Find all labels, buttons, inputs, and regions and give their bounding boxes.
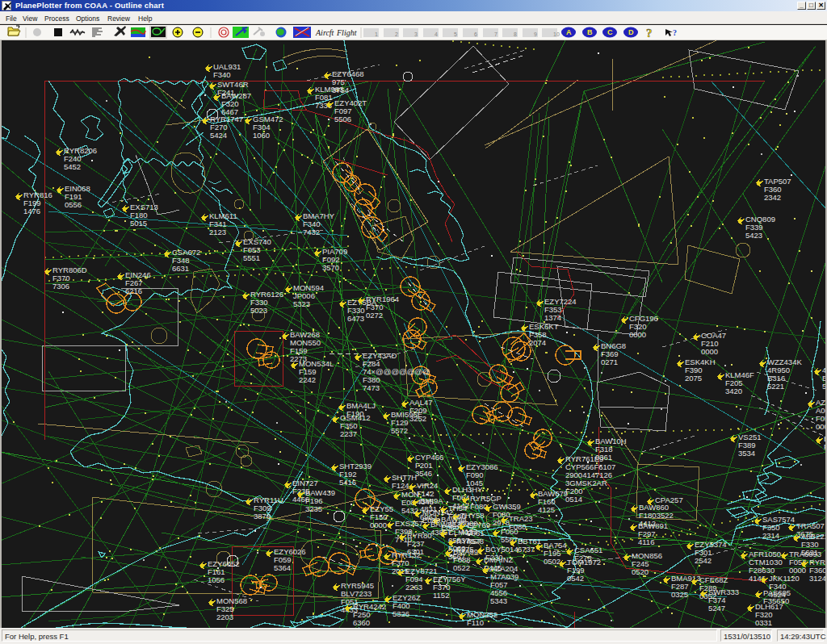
svg-text:?: ? — [646, 27, 653, 40]
svg-text:0502: 0502 — [544, 557, 560, 566]
svg-text:6: 6 — [474, 31, 477, 37]
svg-text:5551: 5551 — [243, 253, 260, 262]
svg-text:0000: 0000 — [789, 566, 806, 575]
svg-text:2542: 2542 — [695, 556, 712, 565]
svg-text:5323: 5323 — [293, 299, 310, 308]
svg-text:3570: 3570 — [322, 263, 339, 272]
svg-text:7473: 7473 — [363, 383, 380, 392]
svg-text:B: B — [587, 28, 593, 36]
svg-text:5423: 5423 — [745, 231, 762, 240]
svg-text:2203: 2203 — [216, 613, 233, 621]
svg-text:000: 000 — [816, 422, 827, 431]
svg-text:3252: 3252 — [409, 414, 426, 423]
svg-text:1: 1 — [375, 31, 378, 37]
svg-text:E089: E089 — [422, 516, 440, 525]
svg-text:5221: 5221 — [767, 382, 784, 391]
svg-text:0000: 0000 — [701, 347, 718, 356]
svg-text:7432: 7432 — [303, 228, 320, 236]
svg-text:6631: 6631 — [172, 264, 189, 273]
svg-text:F340: F340 — [213, 70, 231, 79]
svg-text:1152: 1152 — [433, 591, 449, 600]
svg-text:3546: 3546 — [415, 469, 432, 478]
svg-text:2: 2 — [395, 31, 398, 37]
svg-text:2314: 2314 — [762, 531, 779, 540]
svg-text:2074: 2074 — [529, 338, 546, 347]
svg-text:3420: 3420 — [725, 387, 742, 395]
svg-text:2123: 2123 — [209, 228, 226, 236]
svg-text:0000: 0000 — [629, 330, 646, 339]
svg-text:5572: 5572 — [391, 426, 408, 435]
svg-text:F080: F080 — [470, 502, 488, 511]
svg-text:2237: 2237 — [340, 429, 357, 438]
svg-text:C: C — [607, 28, 613, 36]
svg-text:D: D — [628, 28, 634, 36]
svg-text:1374: 1374 — [544, 313, 561, 322]
svg-text:2342: 2342 — [764, 193, 781, 202]
svg-text:0520: 0520 — [632, 567, 649, 576]
svg-text:7: 7 — [494, 31, 497, 37]
svg-text:6473: 6473 — [347, 314, 364, 323]
svg-text:4125: 4125 — [538, 505, 555, 514]
svg-text:0542: 0542 — [567, 574, 584, 583]
svg-text:0331: 0331 — [755, 618, 772, 627]
svg-text:0556: 0556 — [65, 200, 82, 209]
svg-text:0514: 0514 — [565, 495, 582, 504]
svg-text:5506: 5506 — [334, 115, 351, 123]
svg-text:5015: 5015 — [130, 219, 147, 228]
svg-text:1476: 1476 — [23, 207, 40, 215]
svg-text:2242: 2242 — [299, 375, 316, 384]
svg-text:8: 8 — [514, 31, 517, 37]
svg-text:4116: 4116 — [638, 537, 654, 546]
svg-text:3: 3 — [414, 31, 418, 37]
svg-text:9: 9 — [534, 31, 537, 37]
svg-text:5326: 5326 — [393, 609, 409, 618]
svg-text:5424: 5424 — [210, 131, 227, 140]
svg-text:10: 10 — [553, 31, 560, 37]
svg-text:0000: 0000 — [370, 521, 387, 529]
svg-text:A: A — [566, 28, 572, 36]
svg-text:0271: 0271 — [601, 358, 618, 366]
svg-text:5247: 5247 — [708, 604, 725, 613]
svg-text:1056: 1056 — [208, 575, 225, 584]
svg-text:F124: F124 — [392, 481, 409, 490]
svg-text:3124: 3124 — [809, 574, 826, 583]
svg-text:3534: 3534 — [738, 449, 755, 458]
svg-text:5452: 5452 — [64, 162, 81, 171]
svg-text:F110: F110 — [467, 618, 484, 627]
svg-text:0272: 0272 — [366, 311, 383, 320]
svg-text:Aircft: Aircft — [315, 28, 334, 37]
svg-text:F375: F375 — [456, 545, 474, 554]
svg-text:Flight: Flight — [336, 28, 357, 37]
svg-text:0522: 0522 — [453, 563, 470, 572]
svg-text:5416: 5416 — [339, 478, 356, 487]
svg-text:4: 4 — [434, 31, 438, 37]
svg-text:1060: 1060 — [253, 131, 270, 140]
svg-text:F080: F080 — [509, 522, 527, 531]
svg-text:3876: 3876 — [254, 512, 271, 521]
svg-text:6737: 6737 — [518, 545, 535, 554]
svg-text:5364: 5364 — [274, 563, 291, 572]
svg-text:2263: 2263 — [405, 583, 422, 592]
svg-text:5: 5 — [454, 31, 457, 37]
svg-text:5343: 5343 — [490, 596, 507, 605]
svg-text:6360: 6360 — [353, 618, 370, 627]
svg-text:0325: 0325 — [671, 590, 688, 599]
svg-text:?: ? — [673, 28, 677, 37]
svg-text:E060: E060 — [441, 523, 459, 532]
svg-text:7306: 7306 — [52, 282, 69, 291]
svg-text:2075: 2075 — [685, 374, 702, 383]
svg-text:3235: 3235 — [305, 504, 322, 513]
svg-text:6216: 6216 — [125, 286, 142, 295]
svg-text:5023: 5023 — [250, 306, 267, 315]
